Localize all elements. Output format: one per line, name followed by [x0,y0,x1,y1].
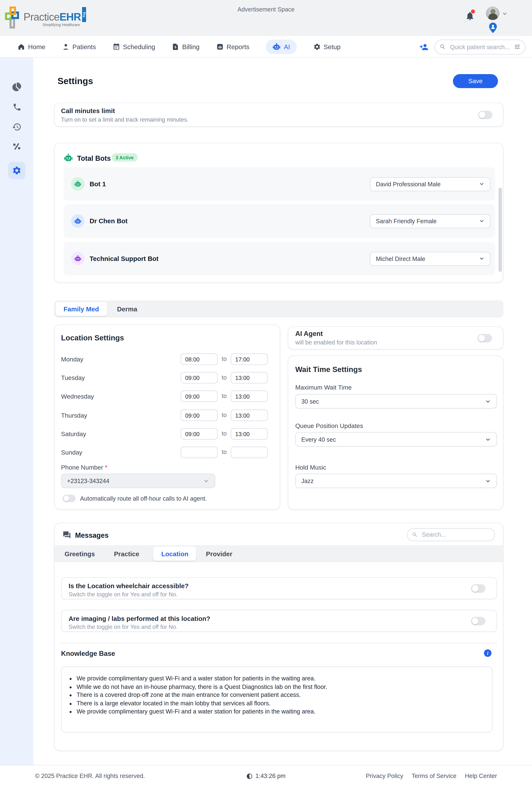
quick-patient-search-input[interactable] [449,43,511,51]
tab-greetings[interactable]: Greetings [59,550,100,558]
wednesday-start-input[interactable] [181,390,218,402]
monday-end-input[interactable] [231,354,268,365]
sidebar-item-analytics[interactable] [8,78,26,96]
footer-time: 1:43:26 pm [256,773,286,780]
day-label: Saturday [61,431,86,437]
nav-item-reports[interactable]: Reports [216,43,249,51]
nav-item-ai[interactable]: AI [266,40,296,54]
sidebar-item-integrations[interactable] [8,138,26,155]
imaging-labs-toggle[interactable] [471,617,485,625]
phone-number-select[interactable]: +23123-343244 [61,474,215,488]
nav-item-setup[interactable]: Setup [313,43,341,51]
monday-start-input[interactable] [181,354,218,365]
knowledge-base-item: There is a covered drop-off zone at the … [77,691,492,699]
app-viewport: PracticeEHR Pro Simplifying Healthcare A… [0,0,532,785]
logo-practice-text: Practice [23,11,59,22]
location-pin-icon[interactable] [488,22,498,34]
knowledge-base-item: While we do not have an in-house pharmac… [77,683,492,690]
tab-practice[interactable]: Practice [109,550,144,558]
knowledge-base-item: We provide complimentary guest Wi-Fi and… [77,708,492,715]
saturday-end-input[interactable] [231,428,268,439]
sidebar-item-calls[interactable] [8,98,26,116]
privacy-policy-link[interactable]: Privacy Policy [366,773,403,780]
wheelchair-accessible-card: Is the Location wheelchair accessible? S… [61,577,497,599]
footer: © 2025 Practice EHR. All rights reserved… [0,765,532,785]
notifications-bell-button[interactable] [465,11,475,21]
route-offhour-calls-label: Automatically route all off-hour calls t… [80,495,207,502]
total-bots-card: Total Bots 3 Active Bot 1 David Professi… [54,143,504,283]
nav-item-scheduling[interactable]: Scheduling [112,43,155,51]
sidebar-item-settings[interactable] [8,162,26,179]
bots-scrollbar[interactable] [498,188,502,272]
tuesday-start-input[interactable] [181,372,218,383]
terms-of-service-link[interactable]: Terms of Service [412,773,456,780]
home-icon [18,43,25,51]
max-wait-select[interactable]: 30 sec [295,394,497,409]
tab-location[interactable]: Location [153,547,196,561]
knowledge-base-box[interactable]: We provide complimentary guest Wi-Fi and… [61,666,493,733]
total-bots-title: Total Bots [77,154,111,162]
thursday-end-input[interactable] [231,409,268,421]
bot-voice-select[interactable]: David Professional Male [370,177,490,191]
chevron-down-icon [479,218,484,224]
tab-family-med[interactable]: Family Med [56,302,107,316]
bot-voice-select[interactable]: Michel Direct Male [370,252,490,265]
search-icon [440,44,446,50]
sunday-end-input[interactable] [231,447,268,458]
call-minutes-limit-toggle[interactable] [478,111,493,119]
saturday-start-input[interactable] [181,428,218,439]
tab-derma[interactable]: Derma [112,305,142,313]
imaging-labs-question: Are imaging / labs performed at this loc… [69,615,210,623]
chevron-down-icon [479,256,484,261]
day-label: Tuesday [61,375,85,382]
bot-voice-select[interactable]: Sarah Friendly Female [370,214,490,228]
wait-time-title: Wait Time Settings [295,365,362,374]
chevron-down-icon [485,436,491,442]
imaging-labs-hint: Switch the toggle on for Yes and off for… [69,624,178,630]
bot-row: Dr Chen Bot Sarah Friendly Female [63,204,495,238]
phone-icon [12,102,21,111]
sidebar-item-history[interactable] [8,118,26,136]
nav-item-home[interactable]: Home [18,43,46,51]
tuesday-end-input[interactable] [231,372,268,383]
messages-search-input[interactable] [421,531,490,539]
user-avatar-menu[interactable] [486,6,500,20]
bot-avatar [71,252,85,265]
search-icon [412,532,418,538]
imaging-labs-card: Are imaging / labs performed at this loc… [61,610,497,632]
knowledge-base-list: We provide complimentary guest Wi-Fi and… [61,675,492,715]
add-patient-button[interactable] [419,42,428,51]
filter-sliders-icon[interactable] [514,44,521,50]
wheelchair-accessible-toggle[interactable] [471,584,485,593]
logo-tagline: Simplifying Healthcare [23,23,86,27]
hold-music-select[interactable]: Jazz [295,474,497,488]
help-center-link[interactable]: Help Center [465,773,497,780]
bot-row: Technical Support Bot Michel Direct Male [63,242,495,276]
nav-item-patients[interactable]: Patients [62,43,96,51]
call-minutes-limit-title: Call minutes limit [61,107,115,115]
queue-updates-select[interactable]: Every 40 sec [295,432,497,447]
nav-item-billing[interactable]: $ Billing [171,43,200,51]
main-content: Settings Save Call minutes limit Turn on… [34,58,532,765]
tab-provider[interactable]: Provider [201,550,237,558]
save-button[interactable]: Save [453,74,498,88]
thursday-start-input[interactable] [181,409,218,421]
info-icon[interactable]: i [484,649,491,657]
location-settings-title: Location Settings [61,333,124,342]
chevron-down-icon[interactable] [502,11,507,17]
calendar-icon [112,43,120,51]
robot-icon [63,153,73,162]
ai-agent-toggle[interactable] [478,334,492,343]
clock-icon [246,773,253,779]
robot-icon [74,180,82,188]
quick-patient-search[interactable] [434,40,526,54]
messages-search[interactable] [407,528,495,541]
chevron-down-icon [203,478,209,484]
robot-icon [74,255,82,262]
day-label: Monday [61,356,83,363]
sunday-start-input[interactable] [181,447,218,458]
day-label: Thursday [61,412,87,419]
wednesday-end-input[interactable] [231,390,268,402]
route-offhour-calls-toggle[interactable] [63,495,76,502]
logo-ehr-text: EHR [59,11,81,22]
